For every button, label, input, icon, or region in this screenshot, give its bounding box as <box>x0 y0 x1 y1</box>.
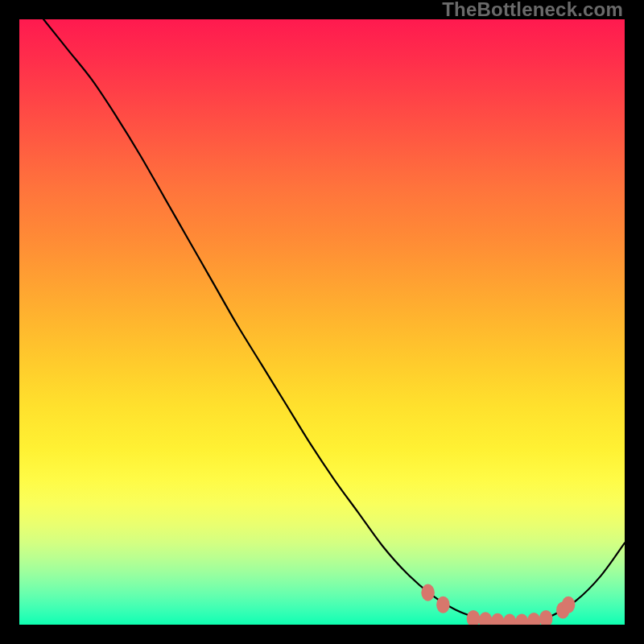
plot-area <box>19 19 625 625</box>
marker-dot <box>515 613 529 625</box>
curve-path <box>43 19 625 624</box>
marker-dot <box>503 613 517 625</box>
chart-stage: TheBottleneck.com <box>0 0 644 644</box>
marker-dot <box>491 613 505 625</box>
marker-dot <box>527 613 541 625</box>
marker-dot <box>562 597 576 613</box>
brand-watermark: TheBottleneck.com <box>442 0 623 19</box>
curve-layer <box>19 19 625 625</box>
marker-dot <box>467 610 481 625</box>
marker-dot <box>436 597 450 613</box>
marker-dot <box>479 612 493 625</box>
marker-layer <box>421 584 575 625</box>
marker-dot <box>421 584 435 601</box>
marker-dot <box>539 610 553 625</box>
